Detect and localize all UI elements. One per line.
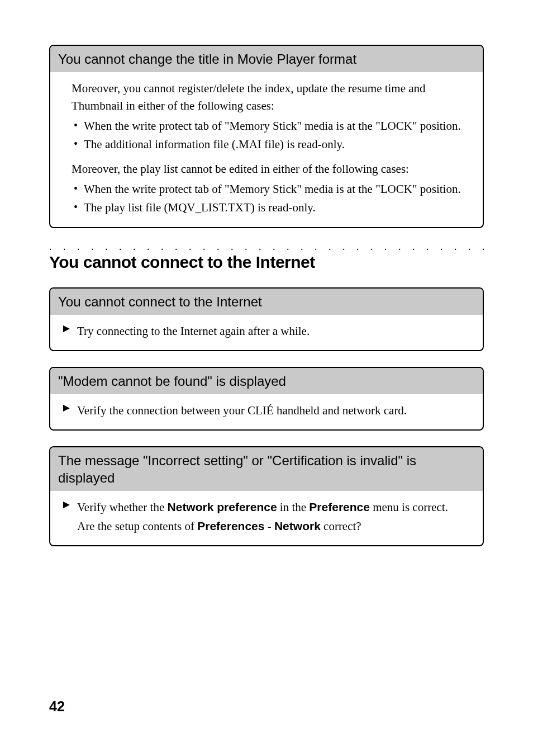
solution-text: Verify the connection between your CLIÉ … [77, 404, 407, 417]
solution-item: Verify the connection between your CLIÉ … [61, 402, 472, 419]
box-header: The message "Incorrect setting" or "Cert… [50, 447, 483, 491]
intro-text: Moreover, you cannot register/delete the… [61, 80, 472, 114]
text-fragment: Verify whether the [77, 500, 168, 514]
issue-box-incorrect-setting: The message "Incorrect setting" or "Cert… [49, 446, 484, 546]
page: You cannot change the title in Movie Pla… [0, 0, 533, 756]
text-fragment: Are the setup contents of [77, 519, 197, 533]
bold-text: Preferences [197, 519, 264, 532]
triangle-right-icon [63, 325, 70, 333]
intro-text: Moreover, the play list cannot be edited… [61, 160, 472, 177]
svg-marker-1 [63, 405, 70, 412]
bullet-list: When the write protect tab of "Memory St… [72, 181, 472, 216]
text-fragment: correct? [321, 519, 361, 533]
text-fragment: in the [277, 500, 310, 514]
box-body: Verify the connection between your CLIÉ … [50, 394, 483, 429]
list-item: The play list file (MQV_LIST.TXT) is rea… [72, 199, 472, 216]
dotted-divider: . . . . . . . . . . . . . . . . . . . . … [49, 244, 484, 252]
bold-text: Preference [309, 500, 370, 513]
solution-item: Try connecting to the Internet again aft… [61, 323, 472, 339]
solution-text: Verify whether the Network preference in… [77, 500, 448, 514]
page-number: 42 [49, 698, 65, 715]
bold-text: Network [274, 519, 321, 532]
box-header: "Modem cannot be found" is displayed [50, 368, 483, 394]
box-body: Verify whether the Network preference in… [50, 491, 483, 545]
list-item: When the write protect tab of "Memory St… [72, 181, 472, 197]
section-heading: You cannot connect to the Internet [49, 253, 484, 272]
solution-text: Are the setup contents of Preferences - … [77, 519, 361, 533]
solution-item: Verify whether the Network preference in… [61, 499, 472, 535]
issue-box-cannot-connect: You cannot connect to the Internet Try c… [49, 287, 484, 351]
box-header: You cannot connect to the Internet [50, 289, 483, 315]
triangle-right-icon [63, 501, 70, 509]
bold-text: Network preference [168, 500, 277, 513]
solution-text: Try connecting to the Internet again aft… [77, 324, 310, 338]
box-body: Moreover, you cannot register/delete the… [50, 72, 483, 227]
bullet-list: When the write protect tab of "Memory St… [72, 117, 472, 153]
box-body: Try connecting to the Internet again aft… [50, 315, 483, 349]
list-item: When the write protect tab of "Memory St… [72, 117, 472, 134]
list-item: The additional information file (.MAI fi… [72, 136, 472, 153]
svg-marker-0 [63, 325, 70, 332]
issue-box-movie-player-title: You cannot change the title in Movie Pla… [49, 45, 484, 228]
box-header: You cannot change the title in Movie Pla… [50, 46, 483, 72]
text-fragment: menu is correct. [370, 500, 448, 514]
issue-box-modem-not-found: "Modem cannot be found" is displayed Ver… [49, 367, 484, 431]
svg-marker-2 [63, 502, 70, 508]
triangle-right-icon [63, 404, 70, 412]
text-fragment: - [264, 519, 274, 533]
